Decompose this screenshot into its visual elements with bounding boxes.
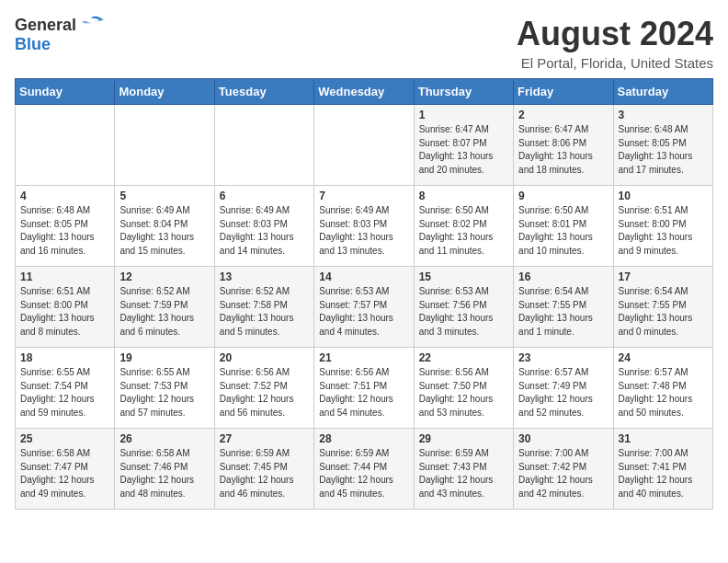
calendar-cell <box>16 105 115 186</box>
calendar-cell: 1Sunrise: 6:47 AM Sunset: 8:07 PM Daylig… <box>414 105 513 186</box>
title-area: August 2024 El Portal, Florida, United S… <box>517 15 713 71</box>
day-detail: Sunrise: 6:55 AM Sunset: 7:54 PM Dayligh… <box>20 366 109 419</box>
day-detail: Sunrise: 6:56 AM Sunset: 7:51 PM Dayligh… <box>319 366 408 419</box>
calendar-cell: 13Sunrise: 6:52 AM Sunset: 7:58 PM Dayli… <box>214 267 313 348</box>
calendar-week-row: 25Sunrise: 6:58 AM Sunset: 7:47 PM Dayli… <box>16 429 713 510</box>
day-number: 29 <box>419 432 508 445</box>
day-number: 28 <box>319 432 408 445</box>
day-detail: Sunrise: 6:58 AM Sunset: 7:47 PM Dayligh… <box>20 447 109 500</box>
day-number: 11 <box>20 270 109 283</box>
logo: General Blue <box>15 15 104 54</box>
day-of-week-header: Wednesday <box>314 79 414 105</box>
day-detail: Sunrise: 6:54 AM Sunset: 7:55 PM Dayligh… <box>619 285 708 339</box>
day-number: 9 <box>518 190 608 202</box>
day-detail: Sunrise: 6:53 AM Sunset: 7:57 PM Dayligh… <box>319 285 408 339</box>
page-header: General Blue August 2024 El Portal, Flor… <box>15 15 713 71</box>
day-number: 21 <box>319 351 408 364</box>
day-detail: Sunrise: 6:49 AM Sunset: 8:04 PM Dayligh… <box>119 204 209 258</box>
calendar-week-row: 11Sunrise: 6:51 AM Sunset: 8:00 PM Dayli… <box>16 267 713 348</box>
calendar-cell: 23Sunrise: 6:57 AM Sunset: 7:49 PM Dayli… <box>514 348 613 429</box>
calendar-cell: 26Sunrise: 6:58 AM Sunset: 7:46 PM Dayli… <box>115 429 214 510</box>
day-number: 3 <box>619 109 708 121</box>
day-of-week-header: Tuesday <box>214 79 313 105</box>
day-detail: Sunrise: 6:58 AM Sunset: 7:46 PM Dayligh… <box>119 447 209 500</box>
day-number: 25 <box>20 432 109 445</box>
calendar-cell: 22Sunrise: 6:56 AM Sunset: 7:50 PM Dayli… <box>414 348 513 429</box>
day-detail: Sunrise: 6:57 AM Sunset: 7:49 PM Dayligh… <box>518 366 608 419</box>
day-detail: Sunrise: 6:47 AM Sunset: 8:07 PM Dayligh… <box>419 123 508 177</box>
calendar-cell: 20Sunrise: 6:56 AM Sunset: 7:52 PM Dayli… <box>214 348 313 429</box>
calendar-week-row: 4Sunrise: 6:48 AM Sunset: 8:05 PM Daylig… <box>16 186 713 267</box>
calendar-cell: 9Sunrise: 6:50 AM Sunset: 8:01 PM Daylig… <box>514 186 613 267</box>
calendar-week-row: 1Sunrise: 6:47 AM Sunset: 8:07 PM Daylig… <box>16 105 713 186</box>
day-detail: Sunrise: 6:59 AM Sunset: 7:44 PM Dayligh… <box>319 447 408 500</box>
day-number: 18 <box>20 351 109 364</box>
day-of-week-header: Friday <box>514 79 613 105</box>
calendar-cell: 21Sunrise: 6:56 AM Sunset: 7:51 PM Dayli… <box>314 348 414 429</box>
day-detail: Sunrise: 6:53 AM Sunset: 7:56 PM Dayligh… <box>419 285 508 339</box>
calendar-cell: 5Sunrise: 6:49 AM Sunset: 8:04 PM Daylig… <box>115 186 214 267</box>
day-detail: Sunrise: 6:48 AM Sunset: 8:05 PM Dayligh… <box>619 123 708 177</box>
logo-general-text: General <box>15 16 76 35</box>
calendar-cell: 8Sunrise: 6:50 AM Sunset: 8:02 PM Daylig… <box>414 186 513 267</box>
day-detail: Sunrise: 6:50 AM Sunset: 8:02 PM Dayligh… <box>419 204 508 258</box>
day-of-week-header: Sunday <box>16 79 115 105</box>
logo-blue-text: Blue <box>15 35 51 53</box>
calendar-cell <box>314 105 414 186</box>
location-subtitle: El Portal, Florida, United States <box>517 55 713 71</box>
day-detail: Sunrise: 6:55 AM Sunset: 7:53 PM Dayligh… <box>119 366 209 419</box>
calendar-cell: 12Sunrise: 6:52 AM Sunset: 7:59 PM Dayli… <box>115 267 214 348</box>
day-detail: Sunrise: 6:52 AM Sunset: 7:59 PM Dayligh… <box>119 285 209 339</box>
day-number: 30 <box>518 432 608 445</box>
calendar-cell: 17Sunrise: 6:54 AM Sunset: 7:55 PM Dayli… <box>613 267 712 348</box>
calendar-cell: 18Sunrise: 6:55 AM Sunset: 7:54 PM Dayli… <box>16 348 115 429</box>
day-of-week-header: Thursday <box>414 79 513 105</box>
calendar-cell <box>115 105 214 186</box>
day-number: 20 <box>220 351 309 364</box>
calendar-cell: 6Sunrise: 6:49 AM Sunset: 8:03 PM Daylig… <box>214 186 313 267</box>
calendar-cell: 15Sunrise: 6:53 AM Sunset: 7:56 PM Dayli… <box>414 267 513 348</box>
day-number: 5 <box>119 190 209 202</box>
day-number: 22 <box>419 351 508 364</box>
day-number: 24 <box>619 351 708 364</box>
calendar-cell: 30Sunrise: 7:00 AM Sunset: 7:42 PM Dayli… <box>514 429 613 510</box>
calendar-cell: 29Sunrise: 6:59 AM Sunset: 7:43 PM Dayli… <box>414 429 513 510</box>
day-number: 27 <box>220 432 309 445</box>
day-number: 6 <box>220 190 309 202</box>
calendar-cell: 3Sunrise: 6:48 AM Sunset: 8:05 PM Daylig… <box>613 105 712 186</box>
calendar-cell <box>214 105 313 186</box>
day-number: 1 <box>419 109 508 121</box>
day-detail: Sunrise: 6:49 AM Sunset: 8:03 PM Dayligh… <box>220 204 309 258</box>
day-detail: Sunrise: 6:51 AM Sunset: 8:00 PM Dayligh… <box>619 204 708 258</box>
header-row: SundayMondayTuesdayWednesdayThursdayFrid… <box>16 79 713 105</box>
day-number: 8 <box>419 190 508 202</box>
day-detail: Sunrise: 6:59 AM Sunset: 7:45 PM Dayligh… <box>220 447 309 500</box>
day-number: 17 <box>619 270 708 283</box>
day-number: 12 <box>119 270 209 283</box>
day-detail: Sunrise: 6:56 AM Sunset: 7:50 PM Dayligh… <box>419 366 508 419</box>
calendar-cell: 10Sunrise: 6:51 AM Sunset: 8:00 PM Dayli… <box>613 186 712 267</box>
calendar-cell: 28Sunrise: 6:59 AM Sunset: 7:44 PM Dayli… <box>314 429 414 510</box>
day-number: 16 <box>518 270 608 283</box>
calendar-cell: 19Sunrise: 6:55 AM Sunset: 7:53 PM Dayli… <box>115 348 214 429</box>
day-detail: Sunrise: 6:50 AM Sunset: 8:01 PM Dayligh… <box>518 204 608 258</box>
calendar-cell: 27Sunrise: 6:59 AM Sunset: 7:45 PM Dayli… <box>214 429 313 510</box>
day-detail: Sunrise: 7:00 AM Sunset: 7:42 PM Dayligh… <box>518 447 608 500</box>
day-number: 15 <box>419 270 508 283</box>
calendar-cell: 4Sunrise: 6:48 AM Sunset: 8:05 PM Daylig… <box>16 186 115 267</box>
calendar-cell: 25Sunrise: 6:58 AM Sunset: 7:47 PM Dayli… <box>16 429 115 510</box>
day-detail: Sunrise: 6:52 AM Sunset: 7:58 PM Dayligh… <box>220 285 309 339</box>
day-detail: Sunrise: 6:56 AM Sunset: 7:52 PM Dayligh… <box>220 366 309 419</box>
day-number: 2 <box>518 109 608 121</box>
day-number: 14 <box>319 270 408 283</box>
day-detail: Sunrise: 6:59 AM Sunset: 7:43 PM Dayligh… <box>419 447 508 500</box>
day-detail: Sunrise: 6:51 AM Sunset: 8:00 PM Dayligh… <box>20 285 109 339</box>
day-number: 4 <box>20 190 109 202</box>
month-year-title: August 2024 <box>517 15 713 53</box>
day-number: 19 <box>119 351 209 364</box>
calendar-cell: 14Sunrise: 6:53 AM Sunset: 7:57 PM Dayli… <box>314 267 414 348</box>
calendar-cell: 11Sunrise: 6:51 AM Sunset: 8:00 PM Dayli… <box>16 267 115 348</box>
day-detail: Sunrise: 6:48 AM Sunset: 8:05 PM Dayligh… <box>20 204 109 258</box>
day-number: 13 <box>220 270 309 283</box>
calendar-week-row: 18Sunrise: 6:55 AM Sunset: 7:54 PM Dayli… <box>16 348 713 429</box>
